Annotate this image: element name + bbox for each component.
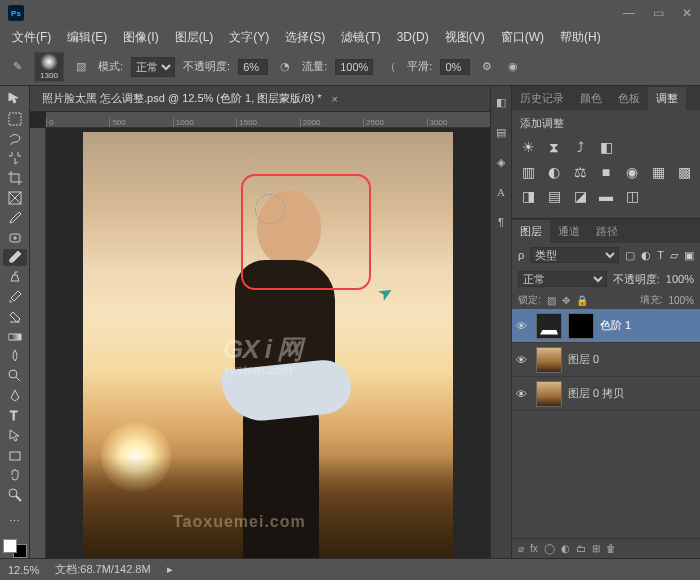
menu-select[interactable]: 选择(S): [279, 27, 331, 48]
add-mask-icon[interactable]: ◯: [544, 543, 555, 554]
search-icon[interactable]: ρ: [518, 249, 524, 261]
filter-pixel-icon[interactable]: ▢: [625, 249, 635, 262]
minimize-button[interactable]: —: [623, 6, 635, 20]
tab-swatch[interactable]: 色板: [610, 87, 648, 110]
layer-row[interactable]: 👁 图层 0 拷贝: [512, 377, 700, 411]
layer-blend-select[interactable]: 正常: [518, 271, 607, 287]
filter-smart-icon[interactable]: ▣: [684, 249, 694, 262]
adj-photo-filter-icon[interactable]: ◉: [624, 164, 640, 180]
lock-position-icon[interactable]: ✥: [562, 295, 570, 306]
layer-filter-select[interactable]: 类型: [530, 247, 619, 263]
eyedropper-tool[interactable]: [3, 209, 27, 227]
menu-window[interactable]: 窗口(W): [495, 27, 550, 48]
new-layer-icon[interactable]: ⊞: [592, 543, 600, 554]
fg-color-swatch[interactable]: [3, 539, 17, 553]
adj-gradmap-icon[interactable]: ▬: [598, 188, 614, 204]
adj-vibrance-icon[interactable]: ▥: [520, 164, 536, 180]
tab-paths[interactable]: 路径: [588, 220, 626, 243]
smooth-options-icon[interactable]: ⚙: [478, 58, 496, 76]
adj-bw-icon[interactable]: ■: [598, 164, 614, 180]
zoom-value[interactable]: 12.5%: [8, 564, 39, 576]
layer-thumb-image[interactable]: [536, 347, 562, 373]
healing-brush-tool[interactable]: [3, 229, 27, 247]
adj-mixer-icon[interactable]: ▦: [650, 164, 666, 180]
filter-adjust-icon[interactable]: ◐: [641, 249, 651, 262]
maximize-button[interactable]: ▭: [653, 6, 664, 20]
brush-preview[interactable]: 1300: [34, 52, 64, 82]
adj-poster-icon[interactable]: ▤: [546, 188, 562, 204]
menu-image[interactable]: 图像(I): [117, 27, 164, 48]
menu-filter[interactable]: 滤镜(T): [335, 27, 386, 48]
layer-thumb-levels[interactable]: [536, 313, 562, 339]
tab-layers[interactable]: 图层: [512, 220, 550, 243]
airbrush-icon[interactable]: （: [381, 58, 399, 76]
gradient-tool[interactable]: [3, 328, 27, 346]
pressure-size-icon[interactable]: ◉: [504, 58, 522, 76]
quick-select-tool[interactable]: [3, 149, 27, 167]
menu-edit[interactable]: 编辑(E): [61, 27, 113, 48]
lasso-tool[interactable]: [3, 130, 27, 148]
panel-icon-para[interactable]: ¶: [491, 212, 511, 232]
lock-pixels-icon[interactable]: ▨: [547, 295, 556, 306]
layer-row[interactable]: 👁 图层 0: [512, 343, 700, 377]
opacity-value[interactable]: 6%: [238, 59, 268, 75]
layer-row[interactable]: 👁 色阶 1: [512, 309, 700, 343]
color-swatches[interactable]: [3, 539, 27, 558]
rect-marquee-tool[interactable]: [3, 110, 27, 128]
adj-brightness-icon[interactable]: ☀: [520, 139, 536, 156]
adj-invert-icon[interactable]: ◨: [520, 188, 536, 204]
brush-tool[interactable]: [3, 249, 27, 267]
crop-tool[interactable]: [3, 169, 27, 187]
filter-shape-icon[interactable]: ▱: [670, 249, 678, 262]
tool-preset-icon[interactable]: ✎: [8, 58, 26, 76]
document-tab[interactable]: 照片脸太黑 怎么调整.psd @ 12.5% (色阶 1, 图层蒙版/8) * …: [30, 86, 490, 112]
blur-tool[interactable]: [3, 348, 27, 366]
menu-3d[interactable]: 3D(D): [391, 28, 435, 46]
blend-mode-select[interactable]: 正常: [131, 57, 175, 77]
menu-help[interactable]: 帮助(H): [554, 27, 607, 48]
layer-name[interactable]: 图层 0 拷贝: [568, 386, 624, 401]
tab-close-icon[interactable]: ×: [332, 93, 338, 105]
tab-history[interactable]: 历史记录: [512, 87, 572, 110]
fill-value[interactable]: 100%: [668, 295, 694, 306]
adj-balance-icon[interactable]: ⚖: [572, 164, 588, 180]
move-tool[interactable]: [3, 90, 27, 108]
dodge-tool[interactable]: [3, 367, 27, 385]
adj-selective-icon[interactable]: ◫: [624, 188, 640, 204]
menu-type[interactable]: 文字(Y): [223, 27, 275, 48]
menu-view[interactable]: 视图(V): [439, 27, 491, 48]
history-brush-tool[interactable]: [3, 288, 27, 306]
rectangle-tool[interactable]: [3, 447, 27, 465]
edit-toolbar-icon[interactable]: ⋯: [3, 513, 27, 531]
flow-value[interactable]: 100%: [335, 59, 373, 75]
lock-all-icon[interactable]: 🔒: [576, 295, 588, 306]
panel-icon-libraries[interactable]: ◈: [491, 152, 511, 172]
adj-threshold-icon[interactable]: ◪: [572, 188, 588, 204]
link-layers-icon[interactable]: ⌀: [518, 543, 524, 554]
adj-exposure-icon[interactable]: ◧: [598, 139, 614, 156]
filter-type-icon[interactable]: T: [657, 249, 664, 261]
layer-mask-thumb[interactable]: [568, 313, 594, 339]
zoom-tool[interactable]: [3, 486, 27, 504]
menu-layer[interactable]: 图层(L): [169, 27, 220, 48]
pressure-opacity-icon[interactable]: ◔: [276, 58, 294, 76]
layer-name[interactable]: 色阶 1: [600, 318, 631, 333]
frame-tool[interactable]: [3, 189, 27, 207]
adj-lookup-icon[interactable]: ▩: [676, 164, 692, 180]
status-flyout-icon[interactable]: ▸: [167, 563, 173, 576]
new-adjustment-icon[interactable]: ◐: [561, 543, 570, 554]
type-tool[interactable]: T: [3, 407, 27, 425]
hand-tool[interactable]: [3, 466, 27, 484]
adj-levels-icon[interactable]: ⧗: [546, 139, 562, 156]
layer-name[interactable]: 图层 0: [568, 352, 599, 367]
eraser-tool[interactable]: [3, 308, 27, 326]
close-button[interactable]: ✕: [682, 6, 692, 20]
new-group-icon[interactable]: 🗀: [576, 543, 586, 554]
canvas[interactable]: ➤ GX i 网 system.com Taoxuemei.com: [46, 128, 490, 558]
tab-channels[interactable]: 通道: [550, 220, 588, 243]
tab-adjustments[interactable]: 调整: [648, 87, 686, 110]
layer-fx-icon[interactable]: fx: [530, 543, 538, 554]
layer-opacity-value[interactable]: 100%: [666, 273, 694, 285]
menu-file[interactable]: 文件(F): [6, 27, 57, 48]
smooth-value[interactable]: 0%: [440, 59, 470, 75]
